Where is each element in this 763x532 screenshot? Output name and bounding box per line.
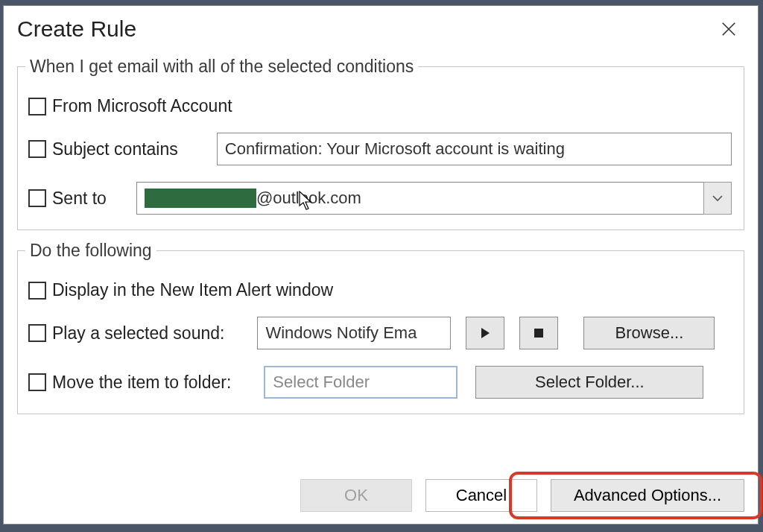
advanced-options-button[interactable]: Advanced Options...: [551, 479, 744, 512]
play-button[interactable]: [466, 317, 504, 349]
close-button[interactable]: [713, 13, 744, 45]
display-alert-checkbox[interactable]: [28, 282, 46, 300]
from-row: From Microsoft Account: [28, 96, 732, 116]
stop-icon: [534, 328, 544, 338]
browse-button[interactable]: Browse...: [583, 317, 715, 349]
play-icon: [480, 327, 490, 339]
sentto-input[interactable]: @outlook.com: [136, 182, 703, 215]
conditions-group: When I get email with all of the selecte…: [17, 57, 744, 230]
subject-label: Subject contains: [52, 139, 178, 159]
sentto-checkbox[interactable]: [28, 189, 46, 207]
display-alert-row: Display in the New Item Alert window: [28, 280, 732, 300]
subject-checkbox[interactable]: [28, 140, 46, 158]
redacted-email-prefix: [145, 189, 256, 208]
move-folder-label: Move the item to folder:: [52, 373, 231, 393]
conditions-legend: When I get email with all of the selecte…: [25, 57, 418, 77]
display-alert-label: Display in the New Item Alert window: [52, 280, 333, 300]
ok-button[interactable]: OK: [300, 479, 412, 512]
play-sound-label: Play a selected sound:: [52, 323, 224, 343]
create-rule-dialog: Create Rule When I get email with all of…: [3, 5, 759, 525]
subject-input[interactable]: Confirmation: Your Microsoft account is …: [217, 133, 732, 165]
sound-file-input[interactable]: Windows Notify Ema: [257, 317, 451, 349]
close-icon: [721, 21, 737, 37]
actions-group: Do the following Display in the New Item…: [17, 241, 744, 414]
play-sound-checkbox[interactable]: [28, 324, 46, 342]
button-bar: OK Cancel Advanced Options...: [4, 472, 758, 524]
dialog-title: Create Rule: [17, 16, 136, 42]
svg-rect-1: [534, 329, 543, 338]
chevron-down-icon: [712, 194, 723, 202]
titlebar: Create Rule: [4, 6, 758, 52]
move-folder-row: Move the item to folder: Select Folder S…: [28, 366, 732, 399]
subject-row: Subject contains Confirmation: Your Micr…: [28, 133, 732, 165]
select-folder-button[interactable]: Select Folder...: [475, 366, 703, 399]
folder-input[interactable]: Select Folder: [264, 366, 458, 399]
svg-marker-0: [481, 328, 490, 338]
stop-button[interactable]: [519, 317, 558, 349]
sentto-suffix: @outlook.com: [256, 189, 361, 208]
sentto-label: Sent to: [52, 189, 107, 209]
move-folder-checkbox[interactable]: [28, 373, 46, 391]
sentto-row: Sent to @outlook.com: [28, 182, 732, 215]
play-sound-row: Play a selected sound: Windows Notify Em…: [28, 317, 732, 349]
cancel-button[interactable]: Cancel: [425, 479, 537, 512]
from-label: From Microsoft Account: [52, 96, 232, 116]
sentto-dropdown-button[interactable]: [703, 182, 732, 215]
from-checkbox[interactable]: [28, 98, 46, 115]
actions-legend: Do the following: [25, 241, 156, 261]
